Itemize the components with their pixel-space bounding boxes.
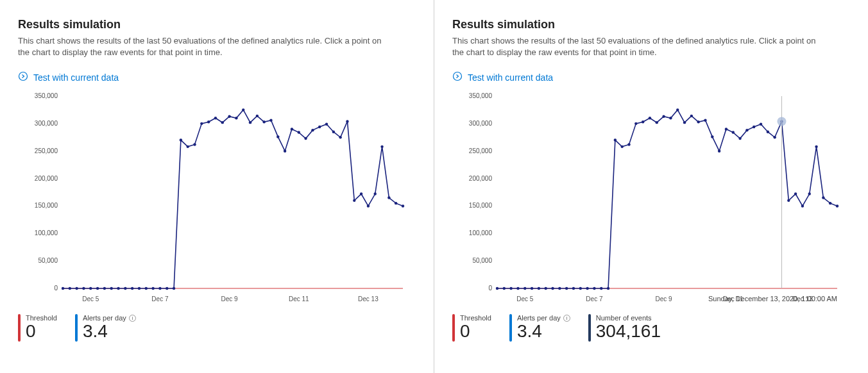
svg-point-55 bbox=[339, 136, 341, 138]
svg-point-124 bbox=[801, 205, 804, 208]
svg-text:Dec 13: Dec 13 bbox=[358, 295, 379, 303]
svg-point-119 bbox=[767, 131, 769, 133]
svg-point-46 bbox=[277, 136, 279, 138]
svg-point-96 bbox=[607, 287, 609, 290]
svg-text:100,000: 100,000 bbox=[469, 230, 493, 237]
svg-point-86 bbox=[538, 287, 540, 290]
svg-point-126 bbox=[815, 145, 817, 148]
events-value: 304,161 bbox=[596, 322, 661, 342]
svg-point-37 bbox=[214, 117, 217, 119]
svg-point-125 bbox=[808, 193, 811, 195]
svg-point-38 bbox=[221, 121, 224, 124]
svg-point-60 bbox=[374, 193, 377, 195]
svg-point-59 bbox=[367, 205, 370, 208]
svg-point-127 bbox=[822, 197, 824, 199]
svg-text:100,000: 100,000 bbox=[35, 230, 58, 237]
svg-point-95 bbox=[600, 287, 602, 290]
right-panel: Results simulation This chart shows the … bbox=[434, 0, 868, 373]
svg-point-91 bbox=[572, 287, 575, 290]
threshold-stat: Threshold 0 bbox=[452, 314, 491, 342]
svg-point-27 bbox=[145, 287, 148, 290]
svg-point-56 bbox=[346, 120, 348, 123]
svg-point-129 bbox=[836, 205, 838, 208]
svg-point-21 bbox=[103, 287, 106, 290]
svg-point-101 bbox=[642, 120, 644, 123]
svg-point-0 bbox=[19, 72, 28, 81]
svg-text:50,000: 50,000 bbox=[38, 258, 58, 265]
svg-point-108 bbox=[690, 115, 693, 117]
svg-point-41 bbox=[242, 109, 244, 112]
svg-point-34 bbox=[193, 144, 196, 146]
svg-point-29 bbox=[158, 287, 161, 290]
svg-point-25 bbox=[131, 287, 133, 290]
info-icon[interactable]: i bbox=[563, 315, 570, 322]
svg-point-26 bbox=[138, 287, 140, 290]
test-with-current-data-button[interactable]: Test with current data bbox=[452, 71, 553, 83]
svg-point-104 bbox=[662, 115, 665, 118]
svg-point-58 bbox=[360, 193, 362, 195]
threshold-bar-icon bbox=[452, 314, 455, 342]
svg-point-49 bbox=[298, 131, 300, 134]
threshold-bar-icon bbox=[18, 314, 21, 342]
threshold-value: 0 bbox=[460, 322, 491, 342]
svg-point-120 bbox=[773, 136, 776, 138]
svg-point-20 bbox=[96, 287, 99, 290]
svg-point-39 bbox=[228, 115, 230, 118]
line-chart[interactable]: 050,000100,000150,000200,000250,000300,0… bbox=[452, 90, 845, 308]
svg-text:250,000: 250,000 bbox=[469, 147, 493, 154]
svg-point-100 bbox=[634, 122, 637, 125]
stats-row: Threshold 0 Alerts per day i 3.4 bbox=[18, 314, 416, 342]
svg-point-90 bbox=[565, 287, 568, 290]
threshold-stat: Threshold 0 bbox=[18, 314, 57, 342]
svg-point-52 bbox=[318, 126, 321, 128]
svg-point-115 bbox=[738, 137, 741, 140]
svg-text:250,000: 250,000 bbox=[35, 147, 58, 154]
panel-title: Results simulation bbox=[18, 18, 416, 31]
svg-point-44 bbox=[262, 120, 265, 123]
svg-point-123 bbox=[794, 193, 797, 195]
svg-point-17 bbox=[75, 287, 78, 290]
svg-text:300,000: 300,000 bbox=[469, 120, 493, 127]
svg-point-117 bbox=[753, 126, 755, 128]
chart-right[interactable]: 050,000100,000150,000200,000250,000300,0… bbox=[452, 90, 845, 308]
svg-text:Dec 9: Dec 9 bbox=[656, 295, 673, 303]
svg-point-23 bbox=[117, 287, 119, 290]
svg-point-31 bbox=[173, 287, 175, 290]
svg-text:Dec 9: Dec 9 bbox=[221, 295, 239, 303]
panel-description: This chart shows the results of the last… bbox=[18, 35, 390, 58]
alerts-value: 3.4 bbox=[83, 322, 136, 342]
svg-point-109 bbox=[697, 120, 699, 123]
chart-left[interactable]: 050,000100,000150,000200,000250,000300,0… bbox=[18, 90, 411, 308]
svg-point-89 bbox=[558, 287, 561, 290]
svg-point-116 bbox=[745, 129, 748, 131]
svg-point-112 bbox=[718, 150, 720, 153]
svg-point-92 bbox=[579, 287, 582, 290]
left-panel: Results simulation This chart shows the … bbox=[0, 0, 434, 373]
svg-text:200,000: 200,000 bbox=[35, 175, 58, 182]
svg-point-32 bbox=[180, 139, 182, 142]
svg-point-57 bbox=[353, 199, 355, 202]
svg-point-19 bbox=[89, 287, 92, 290]
svg-point-28 bbox=[151, 287, 154, 290]
stats-row: Threshold 0 Alerts per day i 3.4 Number … bbox=[452, 314, 850, 342]
svg-point-102 bbox=[649, 117, 651, 119]
svg-point-87 bbox=[545, 287, 547, 290]
svg-point-64 bbox=[402, 205, 404, 208]
svg-point-94 bbox=[593, 287, 595, 290]
arrow-right-circle-icon bbox=[18, 71, 28, 83]
svg-point-48 bbox=[291, 128, 293, 131]
test-link-label: Test with current data bbox=[468, 72, 553, 83]
svg-point-63 bbox=[395, 202, 397, 204]
svg-point-99 bbox=[627, 144, 630, 146]
svg-text:150,000: 150,000 bbox=[35, 203, 58, 210]
svg-point-62 bbox=[387, 197, 390, 199]
info-icon[interactable]: i bbox=[129, 315, 136, 322]
svg-point-18 bbox=[82, 287, 85, 290]
line-chart[interactable]: 050,000100,000150,000200,000250,000300,0… bbox=[18, 90, 411, 308]
svg-point-40 bbox=[235, 117, 237, 119]
test-with-current-data-button[interactable]: Test with current data bbox=[18, 71, 119, 83]
alerts-bar-icon bbox=[509, 314, 512, 342]
svg-point-45 bbox=[269, 119, 272, 122]
svg-text:0: 0 bbox=[488, 285, 492, 292]
panel-title: Results simulation bbox=[452, 18, 850, 31]
